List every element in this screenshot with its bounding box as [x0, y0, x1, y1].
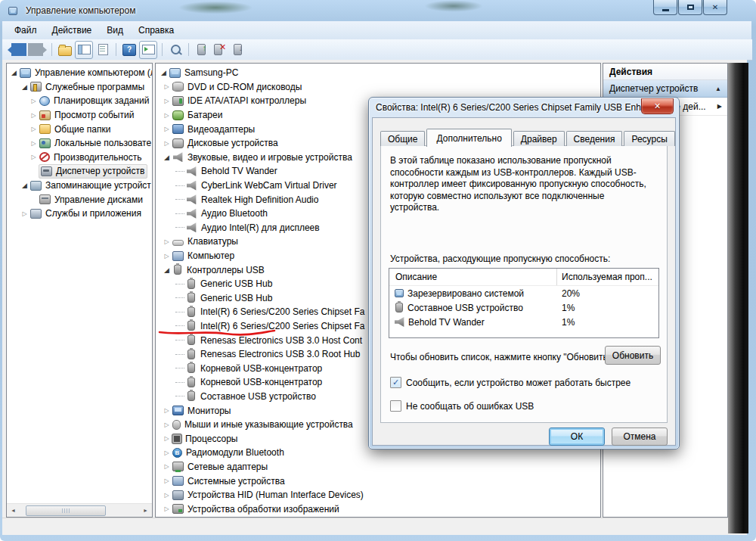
expander-icon[interactable]: ▷ [162, 505, 172, 512]
update-driver-button[interactable]: ↑ [194, 42, 210, 58]
shared-folders-icon [39, 124, 51, 134]
checkbox-no-usb-errors[interactable] [390, 400, 401, 412]
scrollbar-thumb[interactable] [26, 505, 106, 516]
expander-icon[interactable]: ◢ [159, 69, 169, 76]
back-button[interactable] [8, 42, 26, 58]
tree-item-event-viewer[interactable]: ▷Просмотр событий [7, 108, 152, 123]
tree-item-network-adapters[interactable]: ▷Сетевые адаптеры [156, 460, 600, 474]
tree-item-storage[interactable]: ◢Запоминающие устройст [7, 179, 152, 193]
properties-button[interactable] [94, 42, 111, 58]
expander-icon[interactable]: ▷ [29, 154, 39, 160]
ok-button[interactable]: ОК [549, 428, 605, 446]
toolbar: ? ↑ ✕ ↓ [2, 39, 752, 61]
expander-icon[interactable]: ▷ [162, 112, 172, 119]
menu-file[interactable]: Файл [7, 23, 45, 38]
mouse-icon [172, 420, 181, 430]
table-row[interactable]: Зарезервировано системой 20% [389, 286, 658, 300]
tree-item-system-tools[interactable]: ◢Служебные программы [7, 80, 152, 95]
refresh-button[interactable]: Обновить [605, 346, 661, 365]
expander-icon[interactable]: ▷ [29, 98, 39, 104]
toolbar-separator [51, 43, 52, 56]
tree-item-computer-management[interactable]: ◢Управление компьютером (л [7, 66, 152, 80]
window-titlebar[interactable]: Управление компьютером [0, 0, 756, 21]
help-button[interactable]: ? [121, 42, 138, 58]
expander-icon[interactable]: ▷ [162, 435, 172, 442]
expander-icon[interactable]: ▷ [162, 449, 172, 456]
expander-icon[interactable]: ▷ [162, 477, 172, 484]
scan-hardware-button[interactable]: ↓ [230, 42, 246, 58]
expander-icon[interactable]: ▷ [29, 140, 39, 147]
tree-item-device-manager[interactable]: Диспетчер устройств [7, 164, 152, 179]
expander-icon[interactable]: ▷ [162, 98, 172, 104]
column-description[interactable]: Описание [389, 272, 556, 282]
expander-icon[interactable]: ◢ [9, 69, 19, 76]
tree-item-performance[interactable]: ▷Производительность [7, 151, 152, 165]
expander-icon[interactable]: ◢ [162, 154, 172, 161]
tree-item-dvd-cdrom[interactable]: ▷DVD и CD-ROM дисководы [156, 80, 600, 95]
tab-advanced[interactable]: Дополнительно [426, 129, 511, 147]
close-button[interactable]: ✕ [703, 0, 727, 15]
console-window-button[interactable] [75, 41, 93, 59]
checkbox-report-faster[interactable]: ✓ [390, 377, 401, 388]
expander-icon[interactable]: ▷ [162, 421, 172, 428]
horizontal-scrollbar[interactable]: ◄ ► [7, 503, 152, 517]
show-window-button[interactable] [139, 41, 157, 59]
tab-driver[interactable]: Драйвер [513, 131, 565, 146]
tree-item-imaging-devices[interactable]: ▷Устройства обработки изображений [156, 502, 600, 516]
expander-icon[interactable]: ▷ [20, 210, 29, 217]
dialog-titlebar[interactable]: Свойства: Intel(R) 6 Series/C200 Series … [369, 98, 679, 117]
tree-item-shared-folders[interactable]: ▷Общие папки [7, 122, 152, 136]
tree-item-local-users[interactable]: ▷Локальные пользовате [7, 136, 152, 151]
tab-resources[interactable]: Ресурсы [624, 131, 674, 146]
tree-item-task-scheduler[interactable]: ▷Планировщик заданий [7, 94, 152, 108]
expand-arrow-icon[interactable]: ▶ [717, 103, 722, 110]
dialog-close-button[interactable]: ✕ [641, 98, 674, 114]
tab-general[interactable]: Общие [380, 131, 425, 146]
expander-icon[interactable]: ◢ [20, 182, 29, 189]
expander-icon[interactable]: ▷ [162, 463, 172, 470]
maximize-button[interactable] [678, 0, 702, 15]
minimize-button[interactable] [653, 0, 677, 15]
expander-icon[interactable]: ◢ [20, 83, 29, 91]
show-console-tree-button[interactable] [57, 42, 73, 58]
tree-item-samsung-pc[interactable]: ◢Samsung-PC [156, 66, 600, 80]
tree-item-system-devices[interactable]: ▷Системные устройства [156, 474, 600, 488]
tree-item-disk-management[interactable]: Управление дисками [7, 192, 152, 207]
expander-icon[interactable]: ▷ [162, 140, 172, 147]
actions-group-device-manager[interactable]: Диспетчер устройств ▲ [603, 80, 727, 98]
menu-view[interactable]: Вид [99, 23, 131, 38]
tree-connector [175, 396, 184, 396]
forward-button[interactable] [28, 42, 47, 58]
expander-icon[interactable]: ▷ [162, 83, 172, 90]
expander-icon[interactable]: ▷ [29, 112, 39, 119]
down-arrow-icon: ↓ [239, 43, 243, 52]
collapse-arrow-icon[interactable]: ▲ [715, 86, 721, 92]
expander-icon[interactable]: ▷ [162, 407, 172, 414]
cancel-button[interactable]: Отмена [612, 428, 668, 446]
bandwidth-table[interactable]: Описание Используемая проп... Зарезервир… [389, 268, 659, 338]
uninstall-device-button[interactable]: ✕ [212, 42, 228, 58]
tree-item-services-apps[interactable]: ▷Службы и приложения [7, 207, 152, 221]
tree-item-hid[interactable]: ▷Устройства HID (Human Interface Devices… [156, 488, 600, 502]
scroll-left-arrow[interactable]: ◄ [7, 504, 20, 517]
menu-action[interactable]: Действие [45, 23, 100, 38]
forward-arrow-icon [42, 45, 47, 54]
toolbar-separator [188, 43, 189, 56]
monitor-icon [172, 406, 184, 415]
expander-icon[interactable]: ▷ [162, 238, 172, 245]
expander-icon[interactable]: ◢ [162, 266, 172, 274]
table-row[interactable]: Составное USB устройство 1% [389, 300, 658, 315]
table-row[interactable]: Behold TV Wander 1% [389, 315, 658, 329]
tab-details[interactable]: Сведения [566, 131, 623, 146]
menu-help[interactable]: Справка [131, 23, 181, 38]
toolbar-separator [162, 43, 163, 56]
expander-icon[interactable]: ▷ [162, 126, 172, 132]
scroll-right-arrow[interactable]: ► [139, 504, 152, 517]
checkbox-row-faster: ✓ Сообщить, если устройство может работа… [390, 377, 631, 388]
find-computer-button[interactable] [167, 42, 184, 58]
usb-icon [187, 293, 195, 303]
expander-icon[interactable]: ▷ [162, 253, 172, 260]
expander-icon[interactable]: ▷ [29, 126, 39, 132]
column-bandwidth[interactable]: Используемая проп... [556, 269, 658, 285]
expander-icon[interactable]: ▷ [162, 492, 172, 499]
